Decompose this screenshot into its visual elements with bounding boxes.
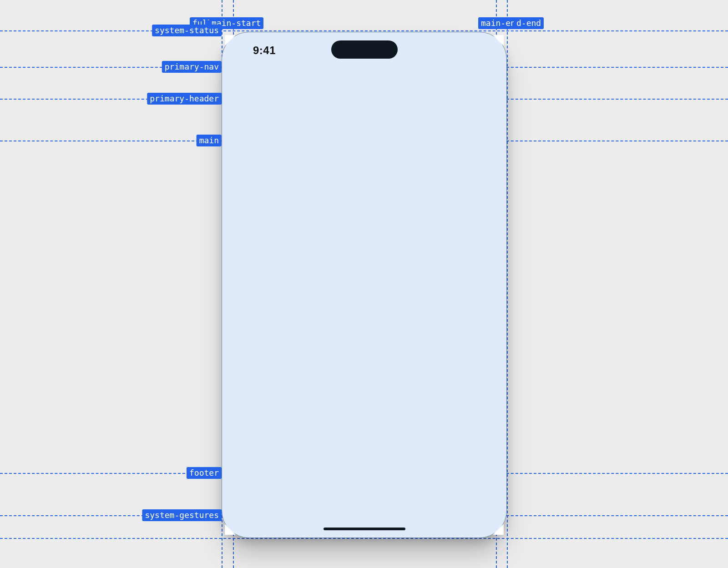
label-system-gestures: system-gestures	[142, 509, 222, 521]
label-fullbleed-end: d-end	[514, 17, 544, 29]
label-system-status: system-status	[152, 25, 222, 36]
label-primary-header: primary-header	[147, 93, 222, 105]
corner-decoration	[225, 524, 236, 535]
status-time: 9:41	[253, 44, 276, 57]
dynamic-island	[331, 40, 398, 59]
guide-fullbleed-end	[507, 0, 508, 568]
corner-decoration	[493, 524, 504, 535]
phone-frame: 9:41	[222, 32, 507, 538]
label-main: main	[197, 135, 222, 146]
guide-bottom	[0, 538, 728, 539]
label-primary-nav: primary-nav	[162, 61, 222, 73]
guide-system-status	[0, 30, 728, 31]
home-indicator	[324, 528, 405, 530]
label-footer: footer	[187, 467, 222, 479]
